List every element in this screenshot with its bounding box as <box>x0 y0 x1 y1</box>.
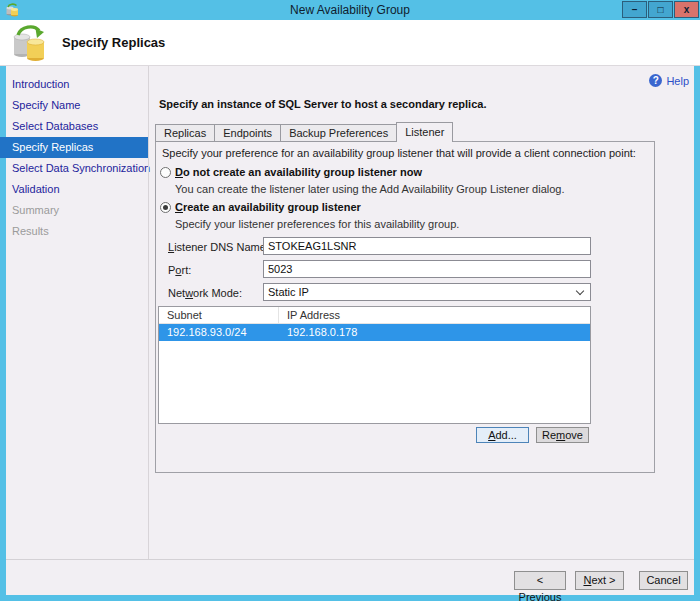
help-icon: ? <box>649 74 662 87</box>
cancel-button[interactable]: Cancel <box>639 571 688 590</box>
radio-create-listener[interactable] <box>160 202 171 213</box>
sidebar-item-summary: Summary <box>6 200 148 221</box>
radio-do-not-create-description: You can create the listener later using … <box>175 183 565 195</box>
tab-endpoints[interactable]: Endpoints <box>214 124 281 142</box>
ip-table-header: SubnetIP Address <box>159 307 590 324</box>
radio-create-description: Specify your listener preferences for th… <box>175 218 459 230</box>
subnet-ip-table: SubnetIP Address 192.168.93.0/24192.168.… <box>158 306 591 424</box>
port-input[interactable] <box>263 260 591 278</box>
tab-strip: ReplicasEndpointsBackup PreferencesListe… <box>155 122 452 142</box>
radio-do-not-create-listener[interactable] <box>160 167 171 178</box>
page-instruction: Specify an instance of SQL Server to hos… <box>159 98 486 110</box>
tab-replicas[interactable]: Replicas <box>155 124 215 142</box>
replicas-database-icon <box>10 23 50 63</box>
help-label: Help <box>666 75 689 87</box>
chevron-down-icon <box>576 287 584 295</box>
tab-backup-preferences[interactable]: Backup Preferences <box>280 124 397 142</box>
titlebar: New Availability Group – □ x <box>0 0 700 20</box>
next-button[interactable]: Next > <box>575 571 624 590</box>
minimize-button[interactable]: – <box>622 1 647 18</box>
maximize-button[interactable]: □ <box>648 1 673 18</box>
ip-table-body: 192.168.93.0/24192.168.0.178 <box>159 324 590 341</box>
radio-create-label[interactable]: Create an availability group listener <box>175 201 361 213</box>
dns-name-input[interactable] <box>263 237 591 255</box>
network-mode-value: Static IP <box>268 286 309 298</box>
sidebar-item-introduction[interactable]: Introduction <box>6 74 148 95</box>
sidebar-item-select-databases[interactable]: Select Databases <box>6 116 148 137</box>
network-mode-label: Network Mode: <box>168 287 242 299</box>
listener-tab-panel: Specify your preference for an availabil… <box>155 141 655 473</box>
previous-button[interactable]: < Previous <box>514 571 566 590</box>
column-header-subnet[interactable]: Subnet <box>159 307 279 323</box>
column-header-ip-address[interactable]: IP Address <box>279 307 590 323</box>
network-mode-select[interactable]: Static IP <box>263 283 591 301</box>
sidebar-item-specify-replicas[interactable]: Specify Replicas <box>0 137 148 158</box>
sidebar-nav: IntroductionSpecify NameSelect Databases… <box>6 66 148 559</box>
listener-intro-text: Specify your preference for an availabil… <box>162 147 636 159</box>
remove-button[interactable]: Remove <box>536 427 589 443</box>
dns-name-label: Listener DNS Name: <box>168 241 269 253</box>
tab-listener[interactable]: Listener <box>396 122 453 142</box>
close-button[interactable]: x <box>674 1 699 18</box>
wizard-header: Specify Replicas <box>0 20 700 66</box>
port-label: Port: <box>168 264 191 276</box>
add-button[interactable]: Add... <box>476 427 529 443</box>
content-area: ? Help Specify an instance of SQL Server… <box>149 66 694 595</box>
page-title: Specify Replicas <box>62 35 165 50</box>
sidebar-item-validation[interactable]: Validation <box>6 179 148 200</box>
wizard-body: IntroductionSpecify NameSelect Databases… <box>6 66 694 595</box>
radio-do-not-create-label[interactable]: Do not create an availability group list… <box>175 166 422 178</box>
help-link[interactable]: ? Help <box>649 74 689 87</box>
window-title: New Availability Group <box>0 3 700 17</box>
sidebar-item-results: Results <box>6 221 148 242</box>
sidebar-item-select-data-synchronization[interactable]: Select Data Synchronization <box>6 158 148 179</box>
new-availability-group-window: New Availability Group – □ x Specify Rep… <box>0 0 700 601</box>
sidebar-item-specify-name[interactable]: Specify Name <box>6 95 148 116</box>
footer-divider <box>6 559 694 560</box>
table-row[interactable]: 192.168.93.0/24192.168.0.178 <box>159 324 590 341</box>
footer-buttons: < Previous Next > Cancel <box>514 571 688 590</box>
